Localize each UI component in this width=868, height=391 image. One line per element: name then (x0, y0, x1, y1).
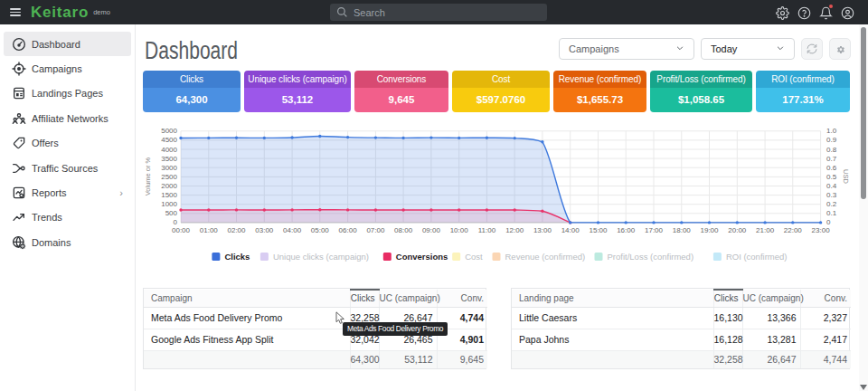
svg-text:0.1: 0.1 (826, 209, 837, 217)
svg-text:USD: USD (842, 169, 850, 184)
svg-text:17:00: 17:00 (645, 226, 664, 234)
svg-text:0.3: 0.3 (826, 191, 837, 199)
svg-text:1000: 1000 (161, 200, 177, 208)
svg-text:0.6: 0.6 (826, 164, 837, 172)
svg-text:1500: 1500 (161, 191, 177, 199)
svg-text:Revenue (confirmed): Revenue (confirmed) (505, 252, 586, 262)
svg-text:18:00: 18:00 (673, 226, 692, 234)
svg-text:05:00: 05:00 (311, 226, 330, 234)
svg-text:22:00: 22:00 (784, 226, 803, 234)
svg-text:19:00: 19:00 (700, 226, 719, 234)
svg-text:4000: 4000 (161, 146, 177, 154)
svg-text:0: 0 (826, 218, 831, 226)
svg-text:Profit/Loss (confirmed): Profit/Loss (confirmed) (608, 252, 694, 262)
svg-text:0.7: 0.7 (826, 155, 837, 163)
svg-text:01:00: 01:00 (200, 226, 219, 234)
svg-text:16:00: 16:00 (617, 226, 636, 234)
svg-text:Volume or %: Volume or % (144, 157, 152, 196)
svg-text:Conversions: Conversions (396, 252, 448, 262)
svg-text:5000: 5000 (161, 127, 177, 135)
svg-text:21:00: 21:00 (756, 226, 775, 234)
svg-text:Clicks: Clicks (224, 252, 250, 262)
svg-text:2000: 2000 (161, 182, 177, 190)
svg-text:13:00: 13:00 (533, 226, 552, 234)
svg-text:3500: 3500 (161, 155, 177, 163)
svg-text:500: 500 (165, 209, 178, 217)
svg-text:00:00: 00:00 (172, 226, 191, 234)
svg-text:Cost: Cost (465, 252, 483, 262)
svg-text:11:00: 11:00 (478, 226, 496, 234)
svg-text:4500: 4500 (161, 136, 177, 144)
svg-text:07:00: 07:00 (366, 226, 385, 234)
svg-text:20:00: 20:00 (728, 226, 747, 234)
svg-text:06:00: 06:00 (339, 226, 358, 234)
svg-text:1.0: 1.0 (826, 127, 837, 135)
svg-text:10:00: 10:00 (450, 226, 469, 234)
svg-text:02:00: 02:00 (227, 226, 246, 234)
svg-text:09:00: 09:00 (422, 226, 441, 234)
svg-text:0: 0 (174, 218, 178, 226)
svg-text:03:00: 03:00 (255, 226, 274, 234)
svg-text:15:00: 15:00 (589, 226, 608, 234)
svg-text:14:00: 14:00 (561, 226, 580, 234)
svg-text:0.2: 0.2 (826, 200, 837, 208)
svg-text:Unique clicks (campaign): Unique clicks (campaign) (273, 252, 369, 262)
svg-text:08:00: 08:00 (394, 226, 413, 234)
svg-text:0.4: 0.4 (826, 182, 837, 190)
svg-text:12:00: 12:00 (505, 226, 524, 234)
svg-text:0.9: 0.9 (826, 136, 837, 144)
svg-text:0.5: 0.5 (826, 173, 837, 181)
svg-text:ROI (confirmed): ROI (confirmed) (726, 252, 788, 262)
svg-text:0.8: 0.8 (826, 146, 837, 154)
svg-text:2500: 2500 (161, 173, 177, 181)
svg-text:04:00: 04:00 (283, 226, 302, 234)
svg-text:23:00: 23:00 (812, 226, 831, 234)
svg-text:3000: 3000 (161, 164, 177, 172)
